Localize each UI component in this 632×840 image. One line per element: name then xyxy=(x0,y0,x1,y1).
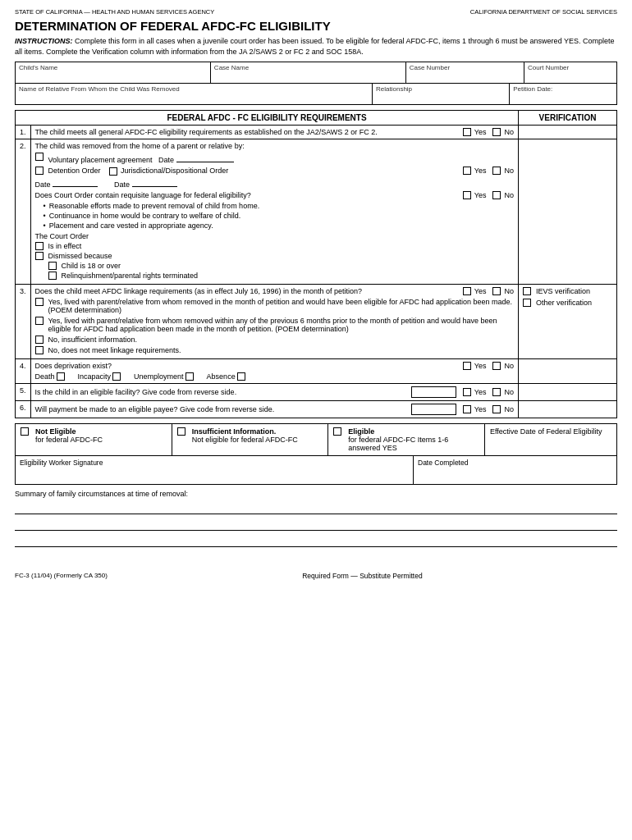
summary-line-1 xyxy=(15,500,617,514)
item-4-row: 4. Does deprivation exist? Yes No Death … xyxy=(16,358,617,383)
item-3-no-cb[interactable] xyxy=(492,287,501,295)
eligible-cb[interactable] xyxy=(333,427,341,436)
item-4-yes[interactable]: Yes xyxy=(463,362,487,370)
dismissed-checkbox[interactable] xyxy=(35,252,44,260)
not-eligible-cell: Not Eligible for federal AFDC-FC xyxy=(16,424,172,455)
item-1-no[interactable]: No xyxy=(492,128,514,136)
eligible-sub: for federal AFDC-FC Items 1-6 answered Y… xyxy=(348,436,479,452)
court-order-label: The Court Order xyxy=(35,232,514,240)
item-4-yes-cb[interactable] xyxy=(463,362,471,370)
not-eligible-cb[interactable] xyxy=(21,427,29,436)
item-6-no-cb[interactable] xyxy=(492,405,501,413)
item-2-row: 2. The child was removed from the home o… xyxy=(16,139,617,285)
voluntary-label: Voluntary placement agreement Date xyxy=(48,153,234,164)
item-3-sub4-cb[interactable] xyxy=(35,346,44,354)
date2-field[interactable] xyxy=(132,177,177,187)
item-1-yes[interactable]: Yes xyxy=(463,128,487,136)
eligible-label: Eligible xyxy=(348,427,374,436)
death-cb[interactable] xyxy=(57,372,65,381)
relinquishment-row: Relinquishment/parental rights terminate… xyxy=(35,272,514,280)
relationship-label: Relationship xyxy=(376,85,506,93)
item-4-no[interactable]: No xyxy=(492,362,514,370)
bullet-list: Reasonable efforts made to prevent remov… xyxy=(35,202,514,230)
item-3-sub2-cb[interactable] xyxy=(35,317,44,325)
detention-no-cb[interactable] xyxy=(492,167,501,175)
date-completed-cell: Date Completed xyxy=(414,456,617,485)
item-3-no[interactable]: No xyxy=(492,287,514,295)
detention-yes-cb[interactable] xyxy=(463,167,471,175)
court-order-no-cb[interactable] xyxy=(492,191,501,199)
item-3-sub1-cb[interactable] xyxy=(35,298,44,306)
court-order-yes-cb[interactable] xyxy=(463,191,471,199)
item-1-verification xyxy=(519,126,617,139)
date-completed-value xyxy=(418,467,612,482)
item-3-yes[interactable]: Yes xyxy=(463,287,487,295)
item-3-verification: IEVS verification Other verification xyxy=(519,284,617,358)
insufficient-cb[interactable] xyxy=(177,427,185,436)
item-3-yes-cb[interactable] xyxy=(463,287,471,295)
not-eligible-sub: for federal AFDC-FC xyxy=(35,436,103,444)
unemployment-cb[interactable] xyxy=(185,372,194,381)
death-item[interactable]: Death xyxy=(35,372,66,381)
item-3-row: 3. Does the child meet AFDC linkage requ… xyxy=(16,284,617,358)
item-3-sub3-row: No, insufficient information. xyxy=(35,336,514,344)
court-order-no[interactable]: No xyxy=(492,191,514,199)
item-6-content: Will payment be made to an eligible paye… xyxy=(30,400,518,418)
absence-item[interactable]: Absence xyxy=(207,372,247,381)
other-verif-cb[interactable] xyxy=(523,299,531,307)
item-6-num: 6. xyxy=(16,400,31,418)
item-5-no[interactable]: No xyxy=(492,388,514,396)
footer-center: Required Form — Substitute Permitted xyxy=(302,572,422,580)
item-3-sub3-text: No, insufficient information. xyxy=(48,336,137,344)
item-5-yn: Yes No xyxy=(463,388,514,396)
item-3-sub2-text: Yes, lived with parent/relative from who… xyxy=(48,317,514,333)
incapacity-cb[interactable] xyxy=(112,372,121,381)
voluntary-date-field[interactable] xyxy=(176,153,234,162)
in-effect-checkbox[interactable] xyxy=(35,242,44,250)
incapacity-item[interactable]: Incapacity xyxy=(78,372,123,381)
item-1-no-checkbox[interactable] xyxy=(492,128,501,136)
date1-field[interactable] xyxy=(53,177,98,187)
unemployment-item[interactable]: Unemployment xyxy=(134,372,195,381)
item-5-main-row: Is the child in an eligible facility? Gi… xyxy=(35,386,514,398)
item-5-no-cb[interactable] xyxy=(492,388,501,396)
item-5-text: Is the child in an eligible facility? Gi… xyxy=(35,388,237,396)
other-verif-row: Other verification xyxy=(523,299,612,307)
item-4-no-cb[interactable] xyxy=(492,362,501,370)
jurisdictional-checkbox[interactable] xyxy=(109,167,117,176)
item-5-yes[interactable]: Yes xyxy=(463,388,487,396)
detention-yes[interactable]: Yes xyxy=(463,167,487,175)
summary-line-3 xyxy=(15,532,617,547)
item-6-text: Will payment be made to an eligible paye… xyxy=(35,405,275,413)
requirements-header: FEDERAL AFDC - FC ELIGIBILITY REQUIREMEN… xyxy=(16,111,519,126)
item-6-yes-cb[interactable] xyxy=(463,405,471,413)
item-6-no[interactable]: No xyxy=(492,405,514,413)
relinquishment-label: Relinquishment/parental rights terminate… xyxy=(62,272,199,280)
item-6-yn: Yes No xyxy=(463,405,514,413)
absence-label: Absence xyxy=(207,372,236,381)
voluntary-checkbox[interactable] xyxy=(35,153,44,161)
detention-no[interactable]: No xyxy=(492,167,514,175)
other-verif-label: Other verification xyxy=(536,299,592,307)
item-5-input[interactable] xyxy=(411,386,456,398)
case-number-label: Case Number xyxy=(410,64,520,71)
item-6-yes[interactable]: Yes xyxy=(463,405,487,413)
detention-checkbox[interactable] xyxy=(35,167,44,175)
relationship-cell: Relationship xyxy=(373,84,510,104)
item-3-sub3-cb[interactable] xyxy=(35,336,44,344)
item-6-input[interactable] xyxy=(411,404,456,415)
child-18-checkbox[interactable] xyxy=(48,262,57,270)
item-3-sub4-row: No, does not meet linkage requirements. xyxy=(35,346,514,354)
ievs-cb[interactable] xyxy=(523,287,531,295)
incapacity-label: Incapacity xyxy=(78,372,112,381)
absence-cb[interactable] xyxy=(237,372,245,381)
item-5-yes-cb[interactable] xyxy=(463,388,471,396)
relative-name-value xyxy=(19,93,369,103)
item-1-yes-checkbox[interactable] xyxy=(463,128,471,136)
unemployment-label: Unemployment xyxy=(134,372,184,381)
bullet-1: Reasonable efforts made to prevent remov… xyxy=(44,202,514,210)
relative-name-cell: Name of Relative From Whom the Child Was… xyxy=(16,84,373,104)
court-order-yes[interactable]: Yes xyxy=(463,191,487,199)
relinquishment-checkbox[interactable] xyxy=(48,272,57,280)
summary-label: Summary of family circumstances at time … xyxy=(15,490,617,498)
